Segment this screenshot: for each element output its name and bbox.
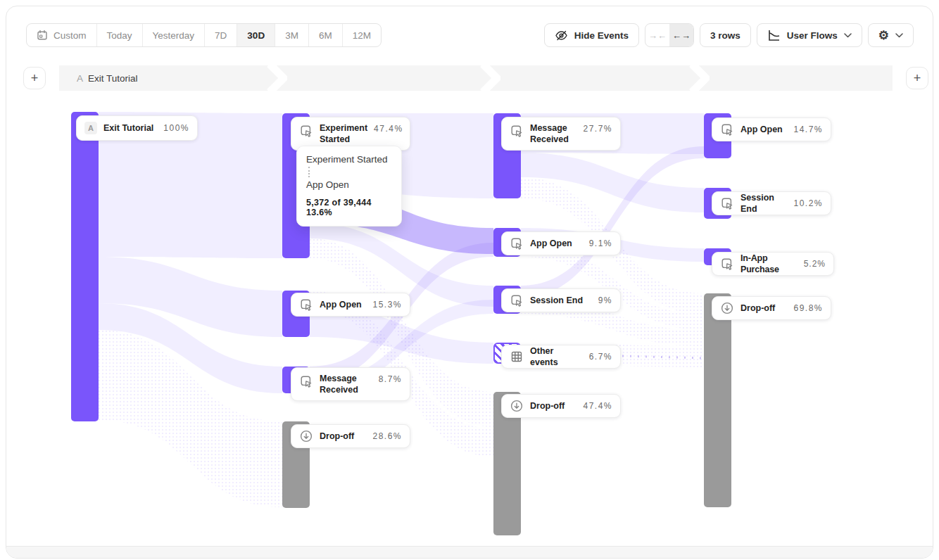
node-label: Experiment Started [320, 122, 367, 146]
chevron-down-icon [844, 33, 852, 38]
step-banner[interactable]: A Exit Tutorial [59, 65, 893, 91]
node-value: 15.3% [372, 300, 402, 310]
drop-off-icon [510, 399, 524, 413]
chart-type-label: User Flows [787, 30, 838, 41]
node-value: 9.1% [589, 238, 612, 248]
date-range-custom[interactable]: Custom [27, 24, 96, 46]
flow-node-card[interactable]: Session End 10.2% [712, 191, 831, 215]
add-step-right-button[interactable]: + [906, 67, 928, 89]
flow-node-card[interactable]: A Exit Tutorial 100% [76, 115, 198, 141]
chevron-down-icon [895, 33, 903, 38]
date-range-7d[interactable]: 7D [204, 24, 237, 46]
click-event-icon [510, 293, 524, 307]
step-name: Exit Tutorial [88, 73, 138, 84]
step-badge-letter: A [77, 73, 83, 84]
flow-node-card[interactable]: Other events 6.7% [501, 345, 621, 369]
node-value: 14.7% [793, 125, 823, 134]
gear-icon: ⚙ [878, 30, 889, 42]
tooltip-connector-dots [308, 167, 310, 177]
user-flows-chart-icon [767, 29, 781, 42]
flow-node-card[interactable]: App Open 14.7% [712, 117, 831, 141]
flow-node-card[interactable]: Drop-off 28.6% [291, 424, 410, 448]
drop-off-icon [299, 429, 313, 443]
step-banner-label: A Exit Tutorial [77, 65, 138, 91]
node-value: 10.2% [793, 198, 823, 208]
flow-node-card[interactable]: Session End 9% [501, 288, 621, 312]
flow-node-card[interactable]: Drop-off 69.8% [712, 296, 831, 320]
date-range-3m[interactable]: 3M [275, 24, 308, 46]
flow-node-card[interactable]: Drop-off 47.4% [501, 394, 621, 418]
hide-events-button[interactable]: Hide Events [544, 23, 639, 47]
date-range-30d[interactable]: 30D [237, 24, 275, 46]
node-label: App Open [320, 299, 366, 310]
click-event-icon [720, 196, 734, 210]
node-value: 6.7% [589, 352, 612, 362]
date-range-today[interactable]: Today [96, 24, 142, 46]
node-value: 9% [598, 295, 612, 305]
node-value: 47.4% [583, 401, 612, 411]
tooltip-stat: 5,372 of 39,444 13.6% [306, 198, 392, 217]
toolbar-right-group: Hide Events →← ←→ 3 rows User Flows ⚙ [544, 23, 914, 47]
date-range-label: 3M [285, 30, 298, 41]
node-label: Drop-off [320, 431, 366, 442]
expand-columns-button[interactable]: ←→ [669, 24, 693, 46]
node-label: App Open [741, 124, 787, 135]
node-label: Session End [530, 295, 592, 306]
flow-node-card[interactable]: Message Received 8.7% [291, 367, 410, 401]
click-event-icon [510, 236, 524, 250]
other-events-grid-icon [510, 350, 524, 364]
chart-type-dropdown[interactable]: User Flows [757, 23, 862, 47]
node-label: In-App Purchase [741, 253, 798, 276]
step-separator-chevron [266, 65, 287, 91]
flow-node-card[interactable]: App Open 15.3% [291, 293, 410, 317]
node-value: 69.8% [793, 303, 823, 313]
user-flows-app: A Exit Tutorial 100% Experiment Started … [0, 0, 939, 560]
click-event-icon [510, 124, 524, 138]
date-range-selector: Custom Today Yesterday 7D 30D 3M 6M 12M [26, 23, 382, 47]
step-separator-chevron [688, 65, 710, 91]
chart-frame: A Exit Tutorial 100% Experiment Started … [6, 6, 933, 559]
flow-link-tooltip: Experiment Started App Open 5,372 of 39,… [296, 146, 402, 227]
click-event-icon [299, 124, 313, 138]
collapse-columns-button[interactable]: →← [645, 24, 669, 46]
click-event-icon [299, 298, 313, 312]
date-range-label: 12M [353, 30, 371, 41]
arrows-in-icon: →← [648, 30, 667, 41]
hide-events-label: Hide Events [574, 30, 629, 41]
click-event-icon [720, 122, 734, 136]
date-range-12m[interactable]: 12M [342, 24, 381, 46]
node-value: 27.7% [583, 124, 612, 134]
node-label: Exit Tutorial [103, 122, 157, 134]
node-value: 28.6% [372, 431, 402, 441]
date-range-label: 7D [215, 30, 227, 41]
date-range-label: Today [107, 30, 132, 41]
date-range-label: 6M [319, 30, 332, 41]
settings-dropdown[interactable]: ⚙ [868, 23, 914, 47]
node-value: 100% [163, 123, 189, 133]
date-range-label: 30D [247, 30, 265, 41]
tooltip-from-event: Experiment Started [306, 154, 392, 165]
add-step-left-button[interactable]: + [23, 67, 46, 89]
tooltip-to-event: App Open [306, 179, 392, 190]
collapse-expand-toggle: →← ←→ [645, 23, 694, 47]
click-event-icon [720, 257, 734, 271]
toolbar: Custom Today Yesterday 7D 30D 3M 6M 12M … [26, 23, 914, 47]
eye-off-icon [555, 29, 568, 42]
date-range-6m[interactable]: 6M [308, 24, 342, 46]
node-value: 5.2% [804, 259, 826, 269]
flow-node-bar[interactable] [704, 293, 731, 507]
node-label: Message Received [530, 122, 576, 146]
node-label: Drop-off [741, 303, 787, 314]
date-range-yesterday[interactable]: Yesterday [142, 24, 205, 46]
flow-node-card[interactable]: In-App Purchase 5.2% [712, 252, 834, 276]
flow-node-card[interactable]: Message Received 27.7% [501, 117, 621, 151]
node-label: App Open [530, 238, 583, 249]
flow-node-card[interactable]: App Open 9.1% [501, 231, 621, 255]
step-separator-chevron [479, 65, 500, 91]
step-a-badge: A [84, 122, 97, 134]
node-value: 8.7% [379, 374, 402, 384]
node-value: 47.4% [374, 124, 403, 134]
rows-button[interactable]: 3 rows [700, 23, 751, 47]
flow-node-bar[interactable] [71, 112, 99, 421]
plus-icon: + [31, 71, 39, 86]
